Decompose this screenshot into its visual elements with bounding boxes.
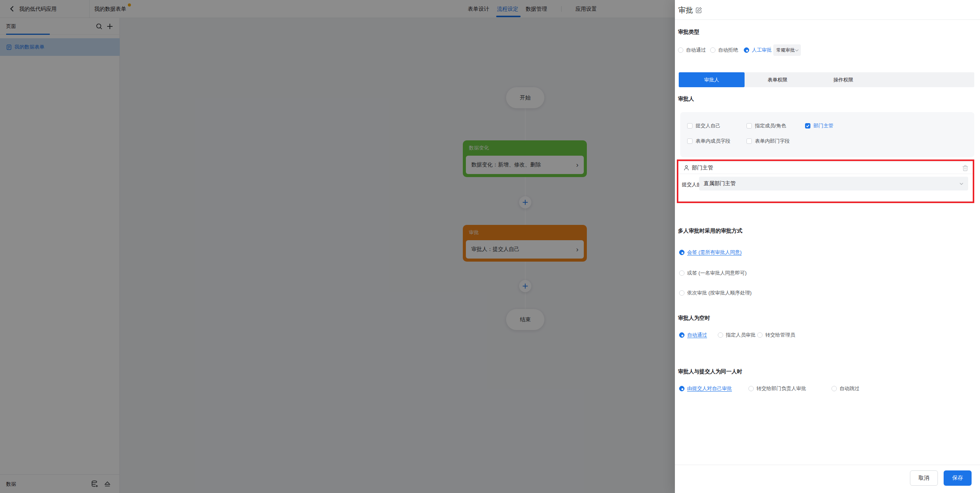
approval-settings-drawer: 审批 审批类型 自动通过 自动拒绝 人工审批 常规审批 审批人 xyxy=(675,0,980,493)
radio-auto-approve[interactable]: 自动通过 xyxy=(678,46,706,54)
drawer-title-row: 审批 xyxy=(675,0,980,20)
approver-empty-label: 审批人为空时 xyxy=(678,315,710,322)
radio-manual-approval[interactable]: 人工审批 xyxy=(744,46,772,54)
checkbox-icon xyxy=(687,138,693,144)
approval-mode-select[interactable]: 常规审批 xyxy=(773,44,801,56)
radio-icon xyxy=(748,386,754,391)
radio-icon xyxy=(679,290,684,296)
approval-type-label: 审批类型 xyxy=(678,29,699,36)
checkbox-checked-icon xyxy=(805,123,810,129)
tab-approver[interactable]: 审批人 xyxy=(679,72,745,87)
checkbox-specified-member-role[interactable]: 指定成员/角色 xyxy=(746,122,805,130)
app-root: 我的低代码应用 我的数据表单 表单设计 流程设定 数据管理 应用设置 页面 xyxy=(0,0,980,493)
tab-form-permission[interactable]: 表单权限 xyxy=(745,72,810,87)
footer-divider xyxy=(675,465,980,465)
radio-icon xyxy=(710,47,715,53)
card-title: 部门主管 xyxy=(692,164,713,171)
radio-icon xyxy=(679,270,684,276)
department-manager-card: 部门主管 提交人的 直属部门主管 xyxy=(678,161,974,202)
radio-countersign[interactable]: 会签 (需所有审批人同意) xyxy=(679,248,742,257)
multi-approval-mode-label: 多人审批时采用的审批方式 xyxy=(678,228,742,234)
radio-auto-reject[interactable]: 自动拒绝 xyxy=(710,46,738,54)
radio-icon xyxy=(679,250,684,255)
approver-same-as-submitter-label: 审批人与提交人为同一人时 xyxy=(678,368,742,375)
radio-empty-auto-approve[interactable]: 自动通过 xyxy=(679,331,707,339)
chevron-down-icon xyxy=(795,48,799,52)
radio-icon xyxy=(831,386,837,391)
checkbox-icon xyxy=(746,138,752,144)
checkbox-department-field-in-form[interactable]: 表单内部门字段 xyxy=(746,137,805,145)
checkbox-submitter-self[interactable]: 提交人自己 xyxy=(687,122,746,130)
tab-operation-permission[interactable]: 操作权限 xyxy=(810,72,876,87)
radio-icon xyxy=(679,386,684,391)
drawer-tabs: 审批人 表单权限 操作权限 xyxy=(679,72,974,87)
drawer-title: 审批 xyxy=(678,5,693,15)
approver-options-box: 提交人自己 指定成员/角色 部门主管 表单内成员字段 xyxy=(680,112,974,157)
checkbox-member-field-in-form[interactable]: 表单内成员字段 xyxy=(687,137,746,145)
checkbox-icon xyxy=(687,123,693,129)
chevron-down-icon xyxy=(959,182,964,186)
checkbox-icon xyxy=(746,123,752,129)
manager-level-select[interactable]: 直属部门主管 xyxy=(699,177,968,190)
radio-same-auto-skip[interactable]: 自动跳过 xyxy=(831,384,859,393)
radio-icon xyxy=(744,47,749,53)
card-header: 部门主管 xyxy=(678,162,974,174)
radio-icon xyxy=(718,332,723,338)
radio-or-sign[interactable]: 或签 (一名审批人同意即可) xyxy=(679,269,746,277)
radio-sequential-approval[interactable]: 依次审批 (按审批人顺序处理) xyxy=(679,289,751,297)
type-divider xyxy=(771,46,771,53)
radio-same-transfer-dept-head[interactable]: 转交给部门负责人审批 xyxy=(748,384,806,393)
checkbox-department-manager[interactable]: 部门主管 xyxy=(805,122,833,130)
trash-icon[interactable] xyxy=(962,164,969,171)
cancel-button[interactable]: 取消 xyxy=(910,470,938,486)
approver-label: 审批人 xyxy=(678,96,694,103)
radio-icon xyxy=(679,332,684,338)
radio-empty-transfer-admin[interactable]: 转交给管理员 xyxy=(757,331,795,339)
radio-icon xyxy=(678,47,683,53)
radio-empty-specified-person[interactable]: 指定人员审批 xyxy=(718,331,756,339)
radio-icon xyxy=(757,332,763,338)
save-button[interactable]: 保存 xyxy=(944,470,972,486)
edit-icon[interactable] xyxy=(696,7,702,13)
radio-same-self-approve[interactable]: 由提交人对自己审批 xyxy=(679,384,732,393)
person-icon xyxy=(683,165,689,171)
